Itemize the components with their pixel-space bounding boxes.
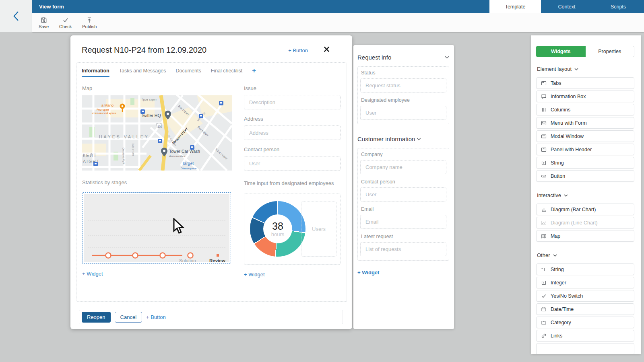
map-restaurant-sub2: итальянской кухни: [92, 112, 116, 115]
panel-contact-person-input[interactable]: User: [360, 187, 446, 202]
stage-label-review: Review: [209, 258, 225, 263]
panel-contact-person-label: Contact person: [361, 179, 446, 185]
widget-item-string-layout[interactable]: String: [536, 157, 634, 169]
left-column: Map: [82, 85, 232, 277]
customer-info-header[interactable]: Customer information: [357, 136, 449, 142]
map-label: Map: [82, 85, 232, 91]
tabs-icon: [541, 80, 547, 86]
address-input[interactable]: Address: [244, 125, 341, 140]
contact-person-label: Contact person: [244, 146, 341, 152]
map-widget[interactable]: Гров-стрит 8-я стрит 9-я стрит 10-я стри…: [82, 95, 232, 171]
email-field-group: Email Email: [360, 206, 446, 229]
close-icon[interactable]: [323, 46, 331, 54]
widget-item-menu-with-form[interactable]: Menu with Form: [536, 117, 634, 129]
columns-icon: [541, 107, 547, 113]
add-tab-icon[interactable]: +: [252, 67, 256, 75]
panel-contact-person-field-group: Contact person User: [360, 179, 446, 202]
line-chart-icon: [541, 220, 547, 226]
address-label: Address: [244, 116, 341, 122]
latest-request-input[interactable]: List of requests: [360, 242, 446, 256]
tab-scripts[interactable]: Scripts: [592, 0, 644, 13]
widget-item-information-box[interactable]: Information Box: [536, 90, 634, 102]
section-other[interactable]: Other: [537, 252, 634, 258]
widget-item-yes-no-switch[interactable]: Yes/No Switch: [536, 290, 634, 302]
menu-with-form-icon: [541, 120, 547, 126]
request-info-group: Status Request status Designated employe…: [357, 66, 449, 124]
back-icon[interactable]: [12, 10, 21, 22]
reopen-button[interactable]: Reopen: [82, 312, 111, 323]
publish-button[interactable]: Publish: [82, 17, 97, 29]
add-footer-button-link[interactable]: + Button: [146, 314, 166, 320]
email-input[interactable]: Email: [360, 215, 446, 229]
chevron-down-icon: [574, 68, 578, 70]
save-button[interactable]: Save: [39, 17, 49, 29]
tab-properties[interactable]: Properties: [586, 46, 635, 57]
stage-label-solution: Solution: [179, 258, 196, 263]
category-icon: [541, 320, 547, 325]
tab-context[interactable]: Context: [541, 0, 592, 13]
widget-item-modal-window[interactable]: Modal Window: [536, 130, 634, 142]
widget-item-button[interactable]: Button: [536, 170, 634, 182]
tab-tasks-and-messages[interactable]: Tasks and Messages: [119, 68, 166, 77]
check-icon: [62, 17, 69, 23]
tab-final-checklist[interactable]: Final checklist: [211, 68, 243, 77]
cancel-button[interactable]: Cancel: [115, 312, 142, 323]
widget-item-string[interactable]: String: [536, 263, 634, 275]
widget-item-panel-with-header[interactable]: Panel with Header: [536, 144, 634, 155]
widget-item-integer[interactable]: Integer: [536, 277, 634, 288]
links-icon: [541, 333, 547, 339]
form-title: Request N10-P24 from 12.09.2020: [82, 45, 206, 55]
string-text-icon: [541, 267, 547, 272]
form-tabs: Information Tasks and Messages Documents…: [82, 65, 342, 77]
section-interactive[interactable]: Interactive: [537, 192, 634, 198]
widget-item-map[interactable]: Map: [536, 230, 634, 242]
widget-item-empty: [536, 343, 634, 354]
designated-employee-input[interactable]: User: [360, 106, 446, 120]
panel-add-widget-link[interactable]: + Widget: [357, 269, 449, 276]
issue-label: Issue: [244, 85, 341, 91]
panel-with-header-icon: [541, 147, 547, 152]
tab-template[interactable]: Template: [489, 0, 541, 13]
stage-line-chart: [84, 194, 230, 263]
tab-widgets[interactable]: Widgets: [536, 46, 586, 57]
chevron-down-icon: [564, 194, 568, 197]
contact-person-input[interactable]: User: [244, 156, 341, 171]
map-district1: КЕЙТ: [83, 153, 97, 158]
form-modal: Request N10-P24 from 12.09.2020 + Button…: [70, 35, 352, 329]
statistics-chart-widget[interactable]: Solution Review: [82, 192, 231, 264]
latest-request-label: Latest request: [361, 234, 446, 239]
request-info-header[interactable]: Request info: [357, 54, 449, 61]
status-input[interactable]: Request status: [360, 78, 446, 93]
donut-legend-placeholder[interactable]: Users: [301, 202, 336, 257]
statistics-label: Statistics by stages: [82, 179, 232, 185]
issue-input[interactable]: Description: [244, 95, 341, 109]
chevron-down-icon: [445, 56, 449, 59]
company-label: Company: [361, 152, 446, 157]
tab-information[interactable]: Information: [82, 68, 109, 77]
widget-item-columns[interactable]: Columns: [536, 104, 634, 115]
latest-request-field-group: Latest request List of requests: [360, 234, 446, 256]
time-input-chart-widget[interactable]: 38 hours Users: [244, 193, 341, 265]
widget-item-tabs[interactable]: Tabs: [536, 77, 634, 89]
widget-item-links[interactable]: Links: [536, 330, 634, 341]
widget-item-diagram-bar[interactable]: Diagram (Bar Chart): [536, 204, 634, 215]
widget-item-datetime[interactable]: Date/Time: [536, 303, 634, 315]
svg-text:101: 101: [158, 125, 162, 128]
add-widget-right-link[interactable]: + Widget: [244, 272, 341, 278]
check-button[interactable]: Check: [59, 17, 72, 29]
sidebar-tabs: Widgets Properties: [536, 46, 634, 57]
company-input[interactable]: Company name: [360, 160, 446, 174]
section-element-layout[interactable]: Element layout: [537, 66, 634, 72]
widget-item-category[interactable]: Category: [536, 317, 634, 328]
add-widget-left-link[interactable]: + Widget: [82, 271, 232, 277]
map-street-grov: Гров-стрит: [142, 98, 157, 101]
editor-tabs: Template Context Scripts: [489, 0, 644, 13]
customer-info-group: Company Company name Contact person User…: [357, 148, 449, 261]
map-carwash-label: Tower Car Wash: [169, 149, 200, 154]
donut-chart: 38 hours: [250, 201, 305, 257]
add-header-button[interactable]: + Button: [288, 47, 308, 53]
map-target-label: Target: [182, 161, 194, 166]
status-label: Status: [361, 70, 446, 76]
tab-documents[interactable]: Documents: [175, 68, 201, 77]
widget-item-diagram-line[interactable]: Diagram (Line Chart): [536, 217, 634, 228]
